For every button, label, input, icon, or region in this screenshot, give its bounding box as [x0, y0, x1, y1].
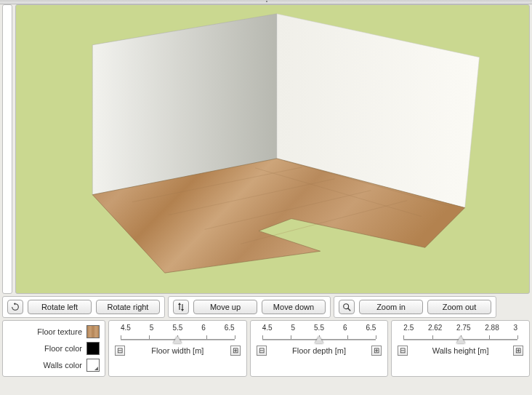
rotate-group: Rotate left Rotate right	[2, 296, 165, 318]
move-group: Move up Move down	[168, 296, 331, 318]
floor-depth-ticks: 4.5 5 5.5 6 6.5	[257, 324, 382, 332]
walls-color-label: Walls color	[44, 361, 82, 370]
swatch-panel: Floor texture Floor color Walls color	[2, 320, 105, 377]
floor-width-panel: 4.5 5 5.5 6 6.5 ⊟ Floor width [m] ⊞	[108, 320, 247, 377]
floor-width-increment[interactable]: ⊞	[230, 346, 241, 356]
zoom-in-button[interactable]: Zoom in	[359, 300, 423, 314]
move-icon-button[interactable]	[173, 300, 189, 314]
floor-depth-slider[interactable]	[262, 333, 376, 345]
floor-width-ticks: 4.5 5 5.5 6 6.5	[115, 324, 241, 332]
svg-point-14	[344, 304, 349, 309]
rotate-icon-button[interactable]	[7, 300, 23, 314]
floor-depth-caption: Floor depth [m]	[292, 346, 346, 355]
walls-color-swatch[interactable]	[86, 359, 100, 372]
svg-marker-9	[14, 303, 15, 305]
walls-height-panel: 2.5 2.62 2.75 2.88 3 ⊟ Walls height [m] …	[391, 320, 530, 377]
floor-texture-label: Floor texture	[37, 327, 82, 336]
floor-depth-increment[interactable]: ⊞	[371, 346, 382, 356]
room-render	[16, 5, 529, 293]
walls-height-decrement[interactable]: ⊟	[398, 346, 408, 356]
floor-depth-panel: 4.5 5 5.5 6 6.5 ⊟ Floor depth [m] ⊞	[250, 320, 389, 377]
walls-height-increment[interactable]: ⊞	[513, 346, 523, 356]
svg-marker-13	[181, 309, 184, 311]
rotate-right-button[interactable]: Rotate right	[96, 300, 160, 314]
magnifier-icon	[342, 302, 351, 312]
move-down-button[interactable]: Move down	[262, 300, 326, 314]
floor-width-decrement[interactable]: ⊟	[115, 346, 125, 356]
room-3d-viewport[interactable]	[15, 4, 530, 294]
svg-line-15	[348, 308, 350, 311]
rotate-left-button[interactable]: Rotate left	[28, 300, 92, 314]
walls-height-caption: Walls height [m]	[432, 346, 489, 355]
svg-marker-11	[178, 303, 181, 305]
walls-height-ticks: 2.5 2.62 2.75 2.88 3	[398, 324, 523, 332]
floor-depth-decrement[interactable]: ⊟	[257, 346, 267, 356]
floor-width-slider[interactable]	[121, 333, 235, 345]
zoom-out-button[interactable]: Zoom out	[427, 300, 491, 314]
floor-width-thumb[interactable]	[173, 336, 182, 343]
floor-texture-swatch[interactable]	[86, 325, 100, 338]
zoom-group: Zoom in Zoom out	[334, 296, 496, 318]
walls-height-thumb[interactable]	[456, 336, 465, 343]
move-up-button[interactable]: Move up	[193, 300, 257, 314]
rotate-icon	[11, 302, 20, 312]
left-strip-panel	[2, 4, 12, 294]
floor-depth-thumb[interactable]	[315, 336, 323, 343]
walls-height-slider[interactable]	[403, 333, 517, 345]
move-vertical-icon	[177, 302, 185, 312]
floor-color-swatch[interactable]	[86, 342, 100, 355]
zoom-icon-button[interactable]	[339, 300, 355, 314]
floor-color-label: Floor color	[44, 344, 82, 353]
floor-width-caption: Floor width [m]	[151, 346, 203, 355]
